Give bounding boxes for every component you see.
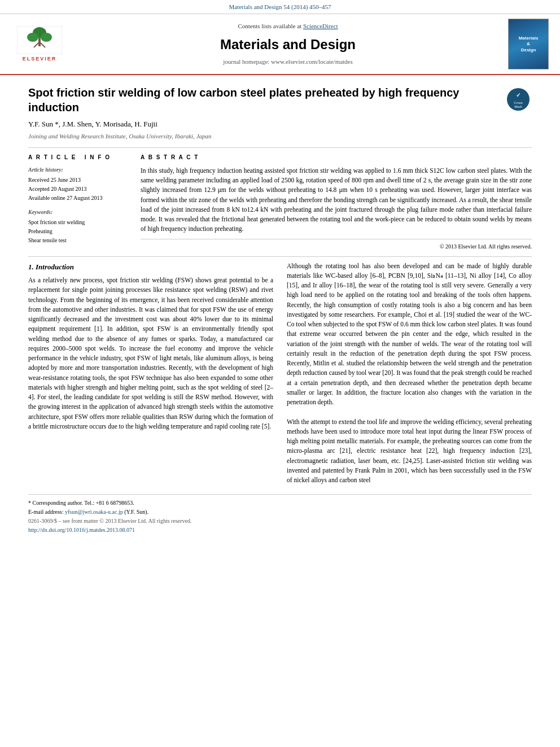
abstract-column: A B S T R A C T In this study, high freq…: [141, 154, 532, 251]
email-label: E-mail address:: [28, 509, 63, 515]
authors-line: Y.F. Sun *, J.M. Shen, Y. Morisada, H. F…: [28, 119, 532, 129]
keyword-2: Preheating: [28, 227, 127, 236]
elsevier-brand-text: ELSEVIER: [23, 55, 57, 63]
section1-right-text: Although the rotating tool has also been…: [287, 261, 532, 486]
footnote-asterisk-line: * Corresponding author. Tel.: +81 6 6879…: [28, 499, 532, 507]
article-history-block: Article history: Received 25 June 2013 A…: [28, 166, 127, 203]
svg-point-3: [41, 33, 52, 42]
elsevier-logo-container: ELSEVIER: [11, 26, 68, 63]
email-link[interactable]: yfsun@jwri.osaka-u.ac.jp: [65, 509, 123, 515]
keywords-title: Keywords:: [28, 208, 127, 216]
svg-point-2: [27, 33, 38, 42]
doi-line: http://dx.doi.org/10.1016/j.matdes.2013.…: [28, 526, 532, 534]
svg-text:Mark: Mark: [514, 105, 522, 108]
cover-title: Materials&Design: [519, 36, 539, 53]
copyright-line: © 2013 Elsevier Ltd. All rights reserved…: [141, 239, 532, 251]
main-content: 1. Introduction As a relatively new proc…: [28, 261, 532, 486]
right-column: Although the rotating tool has also been…: [287, 261, 532, 486]
section1-left-text: As a relatively new process, spot fricti…: [28, 276, 273, 431]
journal-main-title: Materials and Design: [220, 35, 356, 54]
article-info-column: A R T I C L E I N F O Article history: R…: [28, 154, 127, 251]
footnote-email-line: E-mail address: yfsun@jwri.osaka-u.ac.jp…: [28, 508, 532, 516]
keywords-block: Keywords: Spot friction stir welding Pre…: [28, 208, 127, 245]
paper-title-section: Spot friction stir welding of low carbon…: [28, 85, 532, 115]
svg-text:Cross: Cross: [514, 101, 523, 104]
received-date: Received 25 June 2013: [28, 176, 127, 185]
footnote-section: * Corresponding author. Tel.: +81 6 6879…: [28, 494, 532, 534]
sciencedirect-label: Contents lists available at ScienceDirec…: [238, 22, 338, 30]
journal-homepage: journal homepage: www.elsevier.com/locat…: [223, 58, 353, 66]
paper-container: Spot friction stir welding of low carbon…: [0, 75, 560, 544]
journal-cover-image: Materials&Design: [508, 19, 549, 69]
journal-center-header: Contents lists available at ScienceDirec…: [75, 22, 501, 66]
article-abstract-section: A R T I C L E I N F O Article history: R…: [28, 147, 532, 251]
journal-header: ELSEVIER Contents lists available at Sci…: [0, 14, 560, 75]
authors-text: Y.F. Sun *, J.M. Shen, Y. Morisada, H. F…: [28, 120, 158, 128]
doi-link[interactable]: http://dx.doi.org/10.1016/j.matdes.2013.…: [28, 527, 135, 533]
svg-rect-4: [38, 38, 41, 46]
accepted-date: Accepted 20 August 2013: [28, 185, 127, 194]
paper-title: Spot friction stir welding of low carbon…: [28, 85, 499, 115]
journal-header-bar: Materials and Design 54 (2014) 450–457: [0, 0, 560, 14]
elsevier-tree-icon: [17, 26, 62, 54]
crossmark-icon: ✓ Cross Mark: [506, 88, 530, 111]
section1-title: 1. Introduction: [28, 261, 273, 273]
section-divider: [28, 256, 532, 257]
crossmark-badge: ✓ Cross Mark: [505, 85, 532, 111]
sciencedirect-link[interactable]: ScienceDirect: [303, 23, 338, 29]
journal-volume-info: Materials and Design 54 (2014) 450–457: [229, 3, 331, 10]
issn-line: 0261-3069/$ – see front matter © 2013 El…: [28, 517, 532, 525]
affiliation-line: Joining and Welding Research Institute, …: [28, 132, 532, 141]
left-column: 1. Introduction As a relatively new proc…: [28, 261, 273, 486]
available-date: Available online 27 August 2013: [28, 194, 127, 203]
history-title: Article history:: [28, 166, 127, 174]
keyword-3: Shear tensile test: [28, 236, 127, 245]
abstract-text: In this study, high frequency induction …: [141, 166, 532, 234]
svg-text:✓: ✓: [516, 92, 520, 98]
article-info-header: A R T I C L E I N F O: [28, 154, 127, 161]
abstract-header: A B S T R A C T: [141, 154, 532, 161]
keyword-1: Spot friction stir welding: [28, 218, 127, 227]
email-suffix: (Y.F. Sun).: [124, 509, 148, 515]
